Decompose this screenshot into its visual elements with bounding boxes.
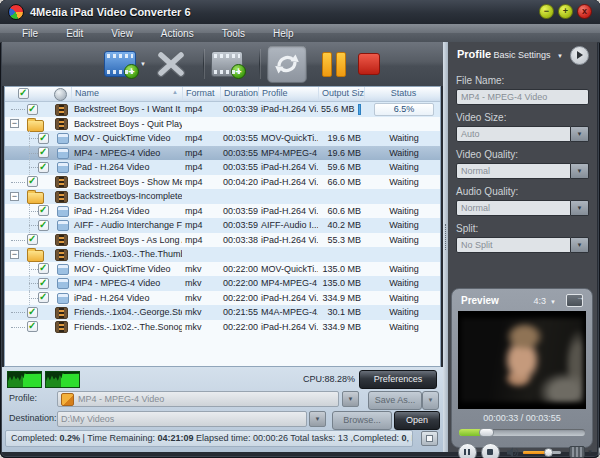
add-video-clip-button[interactable]: + xyxy=(211,51,243,77)
table-row[interactable]: ✓Backstreet Boys - I Want It T...mp400:0… xyxy=(5,102,440,117)
dropdown-arrow-icon[interactable]: ▼ xyxy=(571,200,589,216)
dropdown-arrow-icon[interactable]: ▼ xyxy=(571,126,589,142)
field-value: Auto xyxy=(456,126,571,142)
menu-edit[interactable]: Edit xyxy=(52,28,97,39)
table-row[interactable]: −Friends.-.1x03.-.The.Thumb xyxy=(5,247,440,262)
toolbar-separator xyxy=(259,49,260,79)
row-checkbox[interactable]: ✓ xyxy=(27,321,38,332)
row-checkbox[interactable]: ✓ xyxy=(38,292,49,303)
collapse-toggle[interactable]: − xyxy=(10,119,19,128)
table-row[interactable]: ✓iPad - H.264 Videomp400:03:55iPad-H.264… xyxy=(5,160,440,175)
table-row[interactable]: ✓Backstreet Boys - Show Me T...mp400:04:… xyxy=(5,175,440,190)
menu-view[interactable]: View xyxy=(97,28,147,39)
select-all-checkbox[interactable]: ✓ xyxy=(18,88,29,99)
table-row[interactable]: ✓MP4 - MPEG-4 Videomp400:03:55MP4-MPEG-4… xyxy=(5,146,440,161)
chevron-down-icon[interactable]: ▼ xyxy=(587,449,593,455)
browse-button[interactable]: Browse... xyxy=(332,411,392,430)
seek-bar[interactable] xyxy=(459,429,585,436)
folder-icon xyxy=(27,192,44,204)
clip-icon xyxy=(57,220,69,231)
pause-button[interactable] xyxy=(322,52,346,77)
table-row[interactable]: ✓Friends.-.1x04.-.George.Step...mkv00:21… xyxy=(5,305,440,320)
table-row[interactable]: ✓iPad - H.264 Videomkv00:22:00iPad-H.264… xyxy=(5,291,440,306)
preview-title: Preview xyxy=(461,295,499,306)
title-bar[interactable]: 4Media iPad Video Converter 6 − + x xyxy=(0,0,600,24)
tree-indent: ✓ xyxy=(5,146,71,161)
column-header-profile[interactable]: Profile xyxy=(259,87,319,101)
destination-combo-arrow[interactable]: ▼ xyxy=(309,411,326,427)
save-as-button[interactable]: Save As... xyxy=(368,391,422,410)
delete-button[interactable] xyxy=(155,50,187,78)
row-checkbox[interactable]: ✓ xyxy=(27,307,38,318)
maximize-button[interactable]: + xyxy=(558,4,573,19)
table-row[interactable]: ✓Backstreet Boys - As Long As ...mp400:0… xyxy=(5,233,440,248)
destination-combo[interactable]: D:\My Videos xyxy=(57,411,307,427)
table-row[interactable]: ✓AIFF - Audio Interchange File ...mp400:… xyxy=(5,218,440,233)
table-row[interactable]: ✓iPad - H.264 Videomp400:03:59iPad-H.264… xyxy=(5,204,440,219)
column-header-name[interactable]: Name▲ xyxy=(72,87,183,101)
preview-stop-button[interactable] xyxy=(481,443,500,458)
table-row[interactable]: ✓MOV - QuickTime Videomkv00:22:00MOV-Qui… xyxy=(5,262,440,277)
chevron-down-icon[interactable]: ▼ xyxy=(140,61,146,67)
row-checkbox[interactable]: ✓ xyxy=(38,263,49,274)
table-row[interactable]: ✓Friends.-.1x02.-.The.Sonogra...mkv00:22… xyxy=(5,320,440,335)
minimize-button[interactable]: − xyxy=(539,4,554,19)
convert-button[interactable] xyxy=(267,45,307,83)
column-header-format[interactable]: Format xyxy=(183,87,221,101)
preview-pause-button[interactable] xyxy=(458,443,477,458)
row-checkbox[interactable]: ✓ xyxy=(38,133,49,144)
tree-line xyxy=(29,225,38,226)
tree-line xyxy=(29,167,38,168)
toolbar-separator xyxy=(203,49,204,79)
open-button[interactable]: Open xyxy=(394,411,440,430)
dropdown-arrow-icon[interactable]: ▼ xyxy=(571,163,589,179)
table-row[interactable]: ✓MOV - QuickTime Videomp400:03:55MOV-Qui… xyxy=(5,131,440,146)
log-window-button[interactable] xyxy=(421,431,438,446)
column-header-status[interactable]: Status xyxy=(365,87,441,101)
menu-tools[interactable]: Tools xyxy=(208,28,259,39)
save-as-dropdown-arrow[interactable]: ▼ xyxy=(422,391,439,410)
profile-label: Profile: xyxy=(9,393,37,403)
volume-slider[interactable] xyxy=(523,451,561,454)
row-checkbox[interactable]: ✓ xyxy=(27,104,38,115)
seek-handle[interactable] xyxy=(479,428,494,437)
row-checkbox[interactable]: ✓ xyxy=(38,278,49,289)
detach-preview-icon[interactable] xyxy=(566,294,583,307)
dropdown-split-[interactable]: No Split▼ xyxy=(456,237,589,253)
collapse-panel-button[interactable] xyxy=(570,46,589,65)
row-checkbox[interactable]: ✓ xyxy=(38,162,49,173)
add-file-button[interactable]: + ▼ xyxy=(104,51,146,77)
menu-file[interactable]: File xyxy=(8,28,52,39)
dropdown-audio-quality-[interactable]: Normal▼ xyxy=(456,200,589,216)
menu-actions[interactable]: Actions xyxy=(147,28,208,39)
aspect-ratio-dropdown[interactable]: 4:3▼ xyxy=(534,296,556,306)
column-header-output-size[interactable]: Output Size xyxy=(319,87,365,101)
dropdown-video-size-[interactable]: Auto▼ xyxy=(456,126,589,142)
close-button[interactable]: x xyxy=(577,4,592,19)
table-row[interactable]: ✓MP4 - MPEG-4 Videomkv00:22:00MP4-MPEG-4… xyxy=(5,276,440,291)
basic-settings-dropdown[interactable]: Basic Settings ▼ xyxy=(494,50,564,60)
profile-combo[interactable]: MP4 - MPEG-4 Video xyxy=(57,391,339,407)
column-header-duration[interactable]: Duration xyxy=(221,87,259,101)
dropdown-arrow-icon[interactable]: ▼ xyxy=(571,237,589,253)
stop-button[interactable] xyxy=(352,53,380,75)
cell-duration xyxy=(220,117,258,132)
volume-handle[interactable] xyxy=(544,448,553,457)
row-checkbox[interactable]: ✓ xyxy=(38,147,49,158)
dropdown-video-quality-[interactable]: Normal▼ xyxy=(456,163,589,179)
filename-input[interactable]: MP4 - MPEG-4 Video xyxy=(456,89,589,105)
menu-help[interactable]: Help xyxy=(259,28,308,39)
collapse-toggle[interactable]: − xyxy=(10,250,19,259)
row-checkbox[interactable]: ✓ xyxy=(38,205,49,216)
collapse-toggle[interactable]: − xyxy=(10,192,19,201)
profile-combo-arrow[interactable]: ▼ xyxy=(342,391,359,407)
speaker-icon[interactable] xyxy=(507,447,519,458)
row-checkbox[interactable]: ✓ xyxy=(27,234,38,245)
output-format-icon[interactable] xyxy=(569,446,585,458)
row-checkbox[interactable]: ✓ xyxy=(27,176,38,187)
row-checkbox[interactable]: ✓ xyxy=(38,220,49,231)
table-row[interactable]: −Backstreet Boys - Quit Playing... xyxy=(5,117,440,132)
progress-block xyxy=(358,104,361,115)
preferences-button[interactable]: Preferences xyxy=(359,370,437,389)
table-row[interactable]: −Backstreetboys-Incomplete xyxy=(5,189,440,204)
